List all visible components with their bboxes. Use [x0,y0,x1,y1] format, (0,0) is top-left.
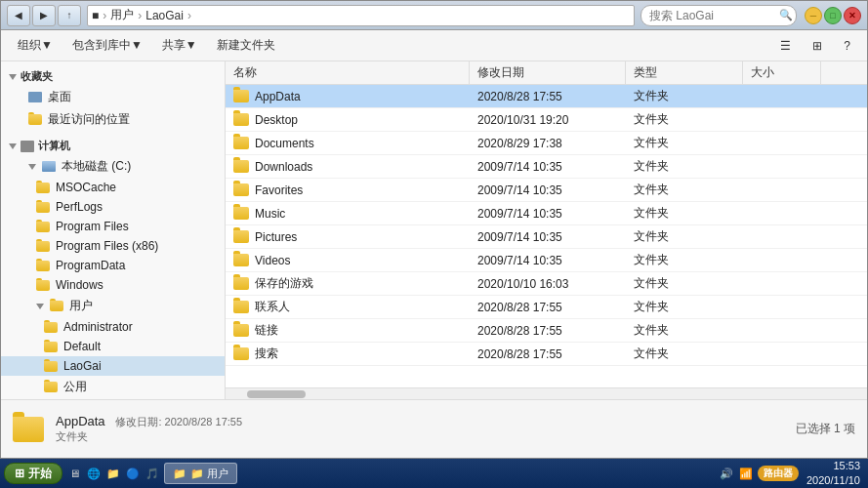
view-icon-button[interactable]: ⊞ [804,34,831,58]
sidebar-item-programdata[interactable]: ProgramData [1,256,225,275]
status-info: AppData 修改日期: 2020/8/28 17:55 文件夹 [56,414,242,444]
toolbar-right: ☰ ⊞ ? [771,34,859,58]
status-folder-icon [13,417,44,442]
sidebar-computer: 计算机 本地磁盘 (C:) MSOCache PerfLogs P [1,135,225,399]
sidebar-item-program-files[interactable]: Program Files [1,217,225,236]
sidebar-item-windows[interactable]: Windows [1,275,225,295]
taskbar-chrome-icon[interactable]: 🔵 [125,466,141,481]
sidebar-msocache-label: MSOCache [56,181,116,194]
folder-icon [44,322,58,333]
taskbar-folder-icon[interactable]: 📁 [105,466,121,481]
windows-logo: ⊞ [15,467,24,480]
view-details-button[interactable]: ☰ [771,34,800,58]
folder-icon [233,90,249,102]
sidebar-item-default[interactable]: Default [1,337,225,356]
sidebar-item-perflogs[interactable]: PerfLogs [1,197,225,217]
statusbar: AppData 修改日期: 2020/8/28 17:55 文件夹 已选择 1 … [1,399,867,458]
taskbar: ⊞ 开始 🖥 🌐 📁 🔵 🎵 📁 📁 用户 🔊 📶 路由器 15:53 2020… [0,459,868,488]
file-row-desktop[interactable]: Desktop 2020/10/31 19:20 文件夹 [226,108,867,132]
forward-button[interactable]: ▶ [32,5,56,26]
help-button[interactable]: ? [835,34,859,58]
up-button[interactable]: ↑ [58,5,81,26]
taskbar-show-desktop[interactable]: 🖥 [66,466,82,481]
sidebar-perflogs-label: PerfLogs [56,200,103,214]
volume-icon[interactable]: 🔊 [719,466,734,481]
folder-icon [233,160,249,173]
file-row-appdata[interactable]: AppData 2020/8/28 17:55 文件夹 [226,85,867,108]
file-row-downloads[interactable]: Downloads 2009/7/14 10:35 文件夹 [226,155,867,179]
sidebar-programdata-label: ProgramData [56,259,125,272]
folder-icon [233,254,249,266]
sidebar-item-recent[interactable]: 最近访问的位置 [1,108,225,131]
horizontal-scrollbar[interactable] [226,387,867,399]
sidebar-item-drive-c[interactable]: 本地磁盘 (C:) [1,155,225,178]
favorites-toggle-icon[interactable] [9,74,17,80]
folder-icon [233,230,249,243]
maximize-button[interactable]: □ [824,7,842,24]
file-row-saved-games[interactable]: 保存的游戏 2020/10/10 16:03 文件夹 [226,272,867,296]
sidebar-item-program-files-x86[interactable]: Program Files (x86) [1,236,225,256]
col-header-size[interactable]: 大小 [743,61,821,84]
clock: 15:53 2020/11/10 [806,459,860,488]
col-header-type[interactable]: 类型 [626,61,743,84]
file-row-links[interactable]: 链接 2020/8/28 17:55 文件夹 [226,319,867,343]
share-button[interactable]: 共享▼ [153,34,206,58]
file-row-videos[interactable]: Videos 2009/7/14 10:35 文件夹 [226,249,867,272]
hscroll-thumb[interactable] [247,390,306,398]
col-header-date[interactable]: 修改日期 [470,61,626,84]
status-filetype: 文件夹 [56,429,242,444]
sidebar-pf-label: Program Files [56,220,129,233]
taskbar-ie-icon[interactable]: 🌐 [86,466,102,481]
sidebar-item-users[interactable]: 用户 [1,295,225,317]
sidebar-item-msocache[interactable]: MSOCache [1,178,225,197]
search-input[interactable] [641,5,797,26]
favorites-header: 收藏夹 [1,65,225,86]
taskbar-explorer-item[interactable]: 📁 📁 用户 [164,463,237,484]
clock-date: 2020/11/10 [806,473,860,488]
network-badge[interactable]: 路由器 [758,466,799,481]
users-toggle-icon[interactable] [36,304,44,309]
drive-c-toggle-icon[interactable] [28,164,36,170]
taskbar-media-icon[interactable]: 🎵 [145,466,160,481]
file-row-contacts[interactable]: 联系人 2020/8/28 17:55 文件夹 [226,296,867,319]
back-button[interactable]: ◀ [7,5,30,26]
recent-icon [28,114,42,125]
folder-icon [36,241,50,252]
col-header-name[interactable]: 名称 [226,61,470,84]
computer-toggle-icon[interactable] [9,143,17,149]
taskbar-right: 🔊 📶 路由器 15:53 2020/11/10 [719,459,864,488]
search-wrap: 🔍 [641,5,797,26]
file-row-documents[interactable]: Documents 2020/8/29 17:38 文件夹 [226,132,867,155]
sidebar-drive-c-label: 本地磁盘 (C:) [62,158,131,175]
new-folder-button[interactable]: 新建文件夹 [208,34,284,58]
sidebar-item-administrator[interactable]: Administrator [1,317,225,337]
sidebar: 收藏夹 桌面 最近访问的位置 计算机 [1,61,226,399]
address-bar[interactable]: ■ › 用户 › LaoGai › [87,5,635,26]
close-button[interactable]: ✕ [844,7,861,24]
drive-c-icon [42,161,56,172]
favorites-label: 收藏夹 [21,69,53,84]
file-row-favorites[interactable]: Favorites 2009/7/14 10:35 文件夹 [226,179,867,202]
file-row-pictures[interactable]: Pictures 2009/7/14 10:35 文件夹 [226,225,867,249]
computer-label: ■ [92,9,99,22]
taskbar-item-icon: 📁 [173,468,186,480]
sidebar-admin-label: Administrator [63,320,133,334]
sidebar-users-label: 用户 [69,298,93,314]
status-filename: AppData 修改日期: 2020/8/28 17:55 [56,414,242,429]
sidebar-item-public[interactable]: 公用 [1,376,225,398]
sidebar-item-desktop[interactable]: 桌面 [1,86,225,108]
file-row-music[interactable]: Music 2009/7/14 10:35 文件夹 [226,202,867,225]
minimize-button[interactable]: ─ [805,7,822,24]
add-to-library-button[interactable]: 包含到库中▼ [63,34,151,58]
sidebar-item-laogai[interactable]: LaoGai [1,356,225,376]
organize-button[interactable]: 组织▼ [9,34,62,58]
sidebar-recent-label: 最近访问的位置 [48,111,130,128]
file-row-searches[interactable]: 搜索 2020/8/28 17:55 文件夹 [226,343,867,366]
folder-icon [233,324,249,337]
start-button[interactable]: ⊞ 开始 [4,463,62,484]
network-icon[interactable]: 📶 [738,466,754,481]
folder-icon [50,301,63,311]
search-icon[interactable]: 🔍 [779,9,793,21]
sidebar-public-label: 公用 [63,379,87,395]
taskbar-item-label: 📁 用户 [190,467,228,481]
